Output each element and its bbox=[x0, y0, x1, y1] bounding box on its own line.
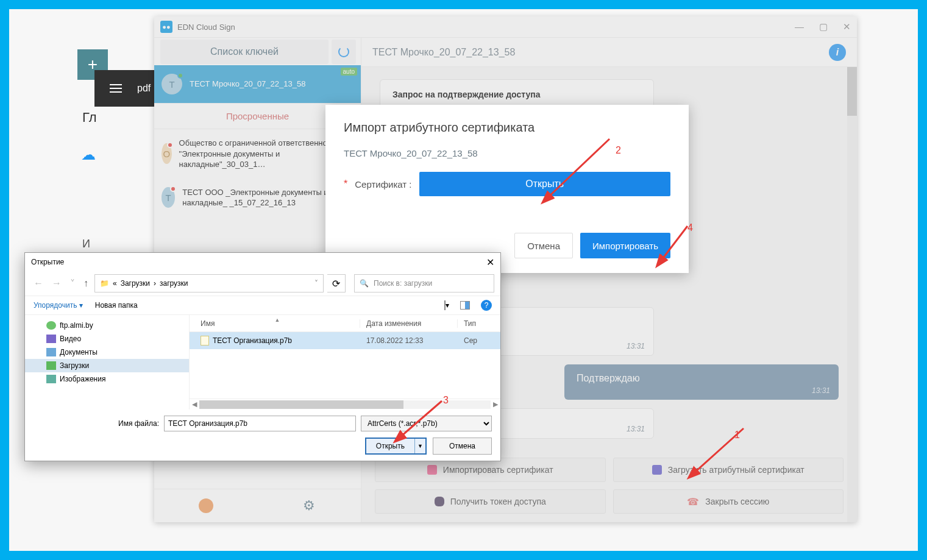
col-date[interactable]: Дата изменения bbox=[360, 319, 458, 328]
annotation-label-2: 2 bbox=[616, 145, 621, 156]
message-reply: Подтверждаю 13:31 bbox=[564, 364, 839, 400]
dialog-titlebar[interactable]: Открытие ✕ bbox=[25, 253, 500, 271]
auto-badge: auto bbox=[341, 68, 357, 76]
breadcrumb[interactable]: 📁 « Загрузки › загрузки ˅ bbox=[94, 274, 324, 292]
keys-list-button[interactable]: Список ключей bbox=[160, 40, 329, 64]
nav-forward-button[interactable]: → bbox=[49, 278, 64, 289]
import-icon bbox=[427, 465, 437, 475]
tree-item-icon bbox=[46, 335, 56, 343]
hs-thumb[interactable] bbox=[199, 400, 403, 409]
organize-button[interactable]: Упорядочить ▾ bbox=[34, 301, 83, 310]
avatar: Т bbox=[162, 74, 182, 94]
scrollbar[interactable] bbox=[847, 67, 857, 522]
drawer-label: pdf bbox=[137, 83, 151, 94]
path-dropdown[interactable]: ˅ bbox=[314, 279, 318, 288]
btn-label: Загрузить атрибутный сертификат bbox=[668, 465, 804, 475]
tree-item[interactable]: ftp.almi.by bbox=[25, 319, 189, 332]
phone-icon: ☎ bbox=[687, 496, 699, 508]
get-token-button[interactable]: Получить токен доступа bbox=[375, 489, 606, 514]
tree-item-icon bbox=[46, 375, 56, 383]
nav-up-button[interactable]: ↑ bbox=[81, 278, 91, 289]
card-title: Запрос на подтверждение доступа bbox=[392, 90, 641, 99]
dialog-title: Открытие bbox=[31, 258, 64, 266]
path-refresh-button[interactable]: ⟳ bbox=[327, 274, 346, 292]
refresh-button[interactable] bbox=[332, 40, 356, 64]
settings-button[interactable]: ⚙ bbox=[258, 489, 361, 522]
support-button[interactable] bbox=[154, 489, 258, 522]
file-row[interactable]: ТЕСТ Организация.p7b17.08.2022 12:33Сер bbox=[190, 332, 500, 349]
dialog-bottom: Имя файла: AttrCerts (*.acr;*.p7b) Откры… bbox=[25, 409, 500, 461]
bg-subtext: И bbox=[82, 238, 90, 250]
minimize-button[interactable]: — bbox=[795, 21, 804, 32]
list-header[interactable]: ▲Имя Дата изменения Тип bbox=[190, 315, 500, 332]
folder-icon: 📁 bbox=[100, 279, 109, 288]
hamburger-icon bbox=[110, 84, 122, 93]
tree-item-label: ftp.almi.by bbox=[60, 321, 93, 330]
open-dropdown[interactable]: ▼ bbox=[414, 439, 425, 453]
refresh-icon bbox=[338, 46, 349, 57]
open-label: Открыть bbox=[366, 439, 414, 453]
open-cert-button[interactable]: Открыть bbox=[419, 172, 670, 196]
tree-item-label: Документы bbox=[60, 348, 98, 356]
timestamp: 13:31 bbox=[627, 425, 645, 433]
dialog-close-button[interactable]: ✕ bbox=[486, 257, 494, 268]
tree-item-label: Изображения bbox=[60, 375, 105, 383]
avatar: Т bbox=[162, 187, 175, 208]
file-date: 17.08.2022 12:33 bbox=[360, 336, 458, 345]
info-button[interactable]: i bbox=[829, 44, 846, 61]
nav-back-button[interactable]: ← bbox=[31, 278, 46, 289]
filetype-select[interactable]: AttrCerts (*.acr;*.p7b) bbox=[361, 416, 492, 431]
hscrollbar[interactable]: ◀ ▶ bbox=[190, 399, 500, 409]
titlebar[interactable]: ●● EDN Cloud Sign — ▢ ✕ bbox=[154, 16, 857, 38]
sort-asc-icon: ▲ bbox=[275, 317, 280, 323]
tree-item[interactable]: Документы bbox=[25, 346, 189, 359]
tree-item[interactable]: Загрузки bbox=[25, 359, 189, 372]
close-session-button[interactable]: ☎Закрыть сессию bbox=[613, 489, 844, 514]
file-icon bbox=[201, 336, 209, 346]
new-folder-button[interactable]: Новая папка bbox=[95, 301, 138, 310]
folder-tree[interactable]: ftp.almi.byВидеоДокументыЗагрузкиИзображ… bbox=[25, 315, 190, 409]
search-input[interactable]: 🔍 Поиск в: загрузки bbox=[354, 274, 494, 292]
window-title: EDN Cloud Sign bbox=[177, 23, 795, 32]
desktop-surface: + pdf Гл ☁ И ●● EDN Cloud Sign — ▢ ✕ Спи… bbox=[9, 9, 918, 551]
help-button[interactable]: ? bbox=[481, 300, 492, 311]
dialog-body: ftp.almi.byВидеоДокументыЗагрузкиИзображ… bbox=[25, 315, 500, 409]
hs-left[interactable]: ◀ bbox=[192, 400, 197, 408]
dialog-cancel-button[interactable]: Отмена bbox=[433, 438, 492, 455]
close-button[interactable]: ✕ bbox=[843, 21, 851, 32]
import-cert-button[interactable]: Импортировать сертификат bbox=[375, 458, 606, 482]
load-attr-cert-button[interactable]: Загрузить атрибутный сертификат bbox=[613, 458, 844, 482]
nav-dropdown-button[interactable]: ˅ bbox=[68, 278, 77, 289]
col-type[interactable]: Тип bbox=[458, 319, 500, 328]
view-mode-button[interactable]: ▾ bbox=[444, 301, 449, 310]
tree-item-label: Загрузки bbox=[60, 361, 89, 370]
scrollbar-thumb[interactable] bbox=[847, 67, 857, 116]
tree-item-icon bbox=[46, 361, 56, 370]
tree-item[interactable]: Изображения bbox=[25, 372, 189, 386]
modal-title: Импорт атрибутного сертификата bbox=[344, 121, 670, 135]
path-part[interactable]: Загрузки bbox=[121, 279, 150, 288]
path-part[interactable]: загрузки bbox=[160, 279, 188, 288]
search-icon: 🔍 bbox=[360, 279, 369, 288]
modal-cancel-button[interactable]: Отмена bbox=[514, 233, 573, 258]
modal-import-button[interactable]: Импортировать bbox=[580, 233, 670, 258]
col-name[interactable]: ▲Имя bbox=[190, 319, 360, 328]
path-part: › bbox=[154, 279, 156, 288]
hs-right[interactable]: ▶ bbox=[493, 400, 498, 408]
key-item-active[interactable]: auto Т ТЕСТ Мрочко_20_07_22_13_58 bbox=[154, 65, 361, 103]
tree-item-icon bbox=[46, 321, 56, 330]
maximize-button[interactable]: ▢ bbox=[819, 21, 828, 32]
detail-header: ТЕСТ Мрочко_20_07_22_13_58 i bbox=[361, 38, 857, 67]
tree-item-icon bbox=[46, 348, 56, 356]
dialog-nav: ← → ˅ ↑ 📁 « Загрузки › загрузки ˅ ⟳ 🔍 По… bbox=[25, 271, 500, 296]
dialog-open-button[interactable]: Открыть ▼ bbox=[365, 438, 427, 455]
preview-pane-button[interactable] bbox=[460, 301, 470, 310]
filename-input[interactable] bbox=[164, 416, 356, 431]
action-buttons-grid: Импортировать сертификат Загрузить атриб… bbox=[361, 453, 857, 522]
tree-item[interactable]: Видео bbox=[25, 332, 189, 346]
required-asterisk: * bbox=[344, 179, 347, 190]
left-bottom-bar: ⚙ bbox=[154, 489, 361, 522]
avatar: О bbox=[162, 143, 172, 164]
search-placeholder: Поиск в: загрузки bbox=[374, 279, 432, 288]
detail-title: ТЕСТ Мрочко_20_07_22_13_58 bbox=[372, 47, 822, 58]
